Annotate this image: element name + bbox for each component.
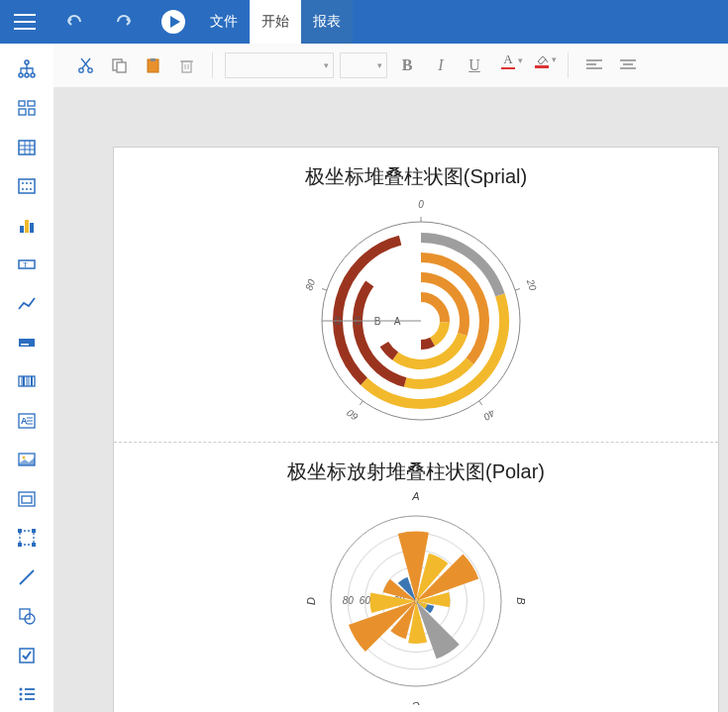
svg-text:A: A	[411, 490, 419, 502]
chevron-down-icon: ▾	[377, 60, 382, 70]
svg-point-24	[30, 188, 32, 190]
chart-polar-title: 极坐标放射堆叠柱状图(Polar)	[128, 458, 704, 485]
font-family-select[interactable]: ▾	[225, 52, 334, 78]
chart-polar: 020406080ABCD	[267, 487, 565, 705]
svg-point-57	[20, 693, 23, 696]
redo-button[interactable]	[99, 0, 149, 44]
svg-text:60: 60	[345, 407, 361, 423]
svg-rect-49	[32, 529, 36, 533]
chart-spiral: 020406080ABCD	[267, 192, 565, 430]
bold-button[interactable]: B	[393, 51, 421, 79]
svg-line-64	[82, 58, 90, 68]
undo-button[interactable]	[50, 0, 99, 44]
chart-polar-cell[interactable]: 极坐标放射堆叠柱状图(Polar) 020406080ABCD	[114, 443, 718, 712]
svg-rect-12	[29, 109, 35, 115]
svg-rect-31	[21, 344, 29, 346]
copy-button[interactable]	[105, 51, 133, 79]
svg-rect-26	[25, 220, 29, 233]
svg-point-7	[25, 73, 29, 77]
sidebar-list[interactable]	[9, 677, 45, 712]
svg-rect-67	[117, 62, 126, 72]
svg-text:60: 60	[360, 595, 371, 606]
svg-rect-27	[30, 223, 34, 233]
svg-point-54	[25, 614, 35, 624]
align-center-button[interactable]	[614, 51, 642, 79]
tab-start[interactable]: 开始	[250, 0, 301, 44]
svg-line-88	[360, 401, 363, 405]
tab-report[interactable]: 报表	[301, 0, 353, 44]
chevron-down-icon: ▾	[324, 60, 329, 70]
chart-spiral-cell[interactable]: 极坐标堆叠柱状图(Sprial) 020406080ABCD	[114, 148, 718, 443]
sidebar-image[interactable]	[9, 443, 45, 477]
sidebar-caption[interactable]	[9, 325, 45, 359]
svg-rect-51	[32, 543, 36, 547]
toolbar: ▾ ▾ B I U A▾ ▾	[53, 44, 728, 88]
sidebar-line[interactable]	[9, 559, 45, 594]
delete-button[interactable]	[172, 51, 200, 79]
svg-rect-70	[182, 61, 191, 72]
svg-rect-25	[20, 226, 24, 233]
sidebar-shape[interactable]	[9, 599, 45, 634]
chart-spiral-title: 极坐标堆叠柱状图(Sprial)	[128, 163, 704, 190]
sidebar-matrix[interactable]	[9, 90, 45, 125]
svg-rect-46	[22, 496, 32, 503]
svg-rect-50	[18, 543, 22, 547]
svg-rect-11	[19, 109, 26, 115]
svg-line-90	[322, 289, 327, 291]
svg-point-8	[31, 73, 35, 77]
svg-point-19	[22, 182, 24, 184]
sidebar-chart-bar[interactable]	[9, 208, 45, 243]
svg-rect-55	[20, 649, 34, 662]
svg-rect-13	[19, 141, 35, 154]
svg-text:80: 80	[303, 277, 317, 291]
svg-text:20: 20	[524, 277, 538, 292]
separator	[568, 52, 569, 78]
svg-rect-28	[19, 260, 35, 268]
bg-color-button[interactable]: ▾	[528, 51, 556, 79]
svg-line-52	[20, 570, 34, 584]
align-left-button[interactable]	[580, 51, 608, 79]
svg-rect-47	[20, 531, 34, 545]
design-canvas[interactable]: 极坐标堆叠柱状图(Sprial) 020406080ABCD 极坐标放射堆叠柱状…	[53, 87, 728, 712]
svg-rect-30	[19, 339, 35, 347]
svg-rect-48	[18, 529, 22, 533]
svg-rect-38	[19, 414, 35, 428]
font-size-select[interactable]: ▾	[340, 52, 387, 78]
svg-rect-9	[19, 101, 25, 106]
sidebar-line-chart[interactable]	[9, 286, 45, 321]
font-color-button[interactable]: A▾	[494, 51, 522, 79]
sidebar-textbox[interactable]: T	[9, 247, 45, 281]
sidebar-barcode[interactable]	[9, 364, 45, 399]
cut-button[interactable]	[71, 51, 99, 79]
underline-button[interactable]: U	[461, 51, 488, 79]
sidebar: T A	[0, 44, 54, 712]
italic-button[interactable]: I	[427, 51, 455, 79]
hamburger-menu[interactable]	[0, 0, 50, 44]
svg-point-62	[78, 67, 82, 71]
separator	[212, 52, 213, 78]
svg-rect-32	[19, 376, 35, 386]
paste-button[interactable]	[139, 51, 166, 79]
svg-point-20	[26, 182, 28, 184]
svg-point-56	[20, 688, 23, 691]
sidebar-hierarchy[interactable]	[9, 51, 45, 86]
sidebar-checkbox[interactable]	[9, 638, 45, 672]
svg-text:0: 0	[418, 199, 424, 210]
tab-file[interactable]: 文件	[198, 0, 250, 44]
sidebar-richtext[interactable]: A	[9, 403, 45, 438]
svg-text:40: 40	[481, 407, 497, 423]
svg-line-84	[515, 289, 520, 291]
svg-point-5	[25, 60, 29, 64]
svg-text:C: C	[412, 700, 420, 705]
svg-point-58	[20, 698, 23, 701]
play-button[interactable]	[149, 0, 198, 44]
svg-point-6	[19, 73, 23, 77]
svg-rect-53	[20, 609, 30, 619]
sidebar-grid-dots[interactable]	[9, 168, 45, 203]
report-page[interactable]: 极坐标堆叠柱状图(Sprial) 020406080ABCD 极坐标放射堆叠柱状…	[113, 147, 719, 712]
svg-point-23	[26, 188, 28, 190]
sidebar-selection[interactable]	[9, 521, 45, 556]
sidebar-table[interactable]	[9, 130, 45, 164]
sidebar-container[interactable]	[9, 481, 45, 516]
svg-text:80: 80	[343, 595, 355, 606]
